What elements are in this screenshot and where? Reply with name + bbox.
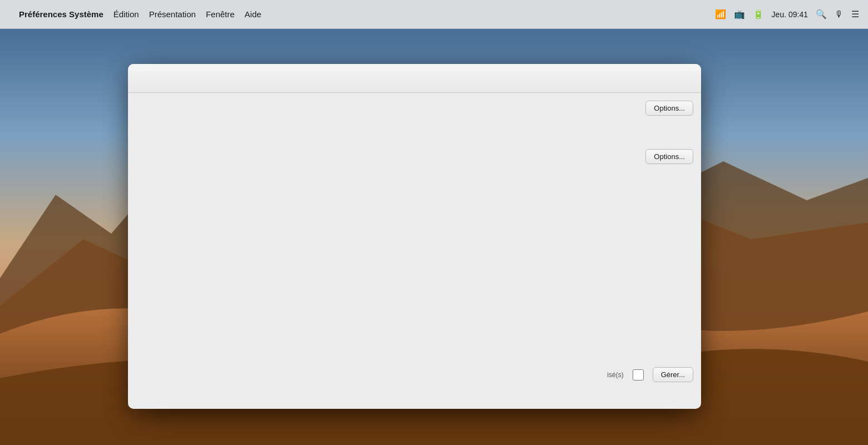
menu-presentation[interactable]: Présentation (149, 9, 196, 19)
bg-authorized-label: isé(s) (607, 371, 623, 379)
notification-center-icon[interactable]: ☰ (851, 9, 859, 19)
bg-toggle[interactable] (628, 369, 648, 380)
menubar-left: Préférences Système Édition Présentation… (9, 9, 715, 19)
menubar-right: 📶 📺 🔋 Jeu. 09:41 🔍 🎙 ☰ (715, 9, 859, 19)
menubar: Préférences Système Édition Présentation… (0, 0, 868, 29)
app-name-label[interactable]: Préférences Système (19, 9, 103, 19)
siri-icon[interactable]: 🎙 (835, 9, 844, 19)
airplay-icon: 📺 (734, 9, 745, 19)
bg-options-btn-1[interactable]: Options... (645, 101, 693, 116)
wifi-icon: 📶 (715, 9, 726, 19)
bg-titlebar (128, 64, 701, 93)
bg-manage-btn[interactable]: Gérer... (653, 367, 693, 382)
battery-icon: 🔋 (753, 9, 764, 19)
clock-label: Jeu. 09:41 (772, 10, 808, 19)
background-window: Options... Options... isé(s) Gérer... (128, 64, 701, 409)
menu-edition[interactable]: Édition (114, 9, 139, 19)
menu-aide[interactable]: Aide (245, 9, 262, 19)
menu-fenetre[interactable]: Fenêtre (206, 9, 235, 19)
spotlight-icon[interactable]: 🔍 (816, 9, 827, 19)
bg-options-btn-2[interactable]: Options... (645, 149, 693, 164)
